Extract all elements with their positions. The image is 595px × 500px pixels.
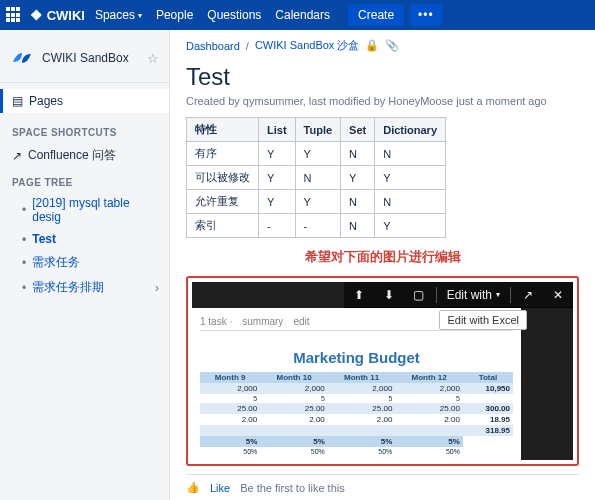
shortcut-label: Confluence 问答: [28, 147, 116, 164]
sidebar-pages[interactable]: ▤ Pages: [0, 89, 169, 113]
main-content: Dashboard / CWIKI SandBox 沙盒 🔒 📎 Test Cr…: [170, 30, 595, 500]
sidebar-pages-label: Pages: [29, 94, 63, 108]
link-icon: ↗: [12, 149, 22, 163]
th-tuple: Tuple: [295, 118, 341, 142]
toolbar-separator: [510, 287, 511, 303]
breadcrumb-separator: /: [246, 40, 249, 52]
edit-with-button[interactable]: Edit with▾: [439, 282, 508, 308]
crumb-dashboard[interactable]: Dashboard: [186, 40, 240, 52]
app-switcher-icon[interactable]: [6, 7, 22, 23]
nav-questions[interactable]: Questions: [207, 8, 261, 22]
chevron-down-icon: ▾: [138, 11, 142, 20]
nav-people[interactable]: People: [156, 8, 193, 22]
upload-icon[interactable]: ⬆: [344, 282, 374, 308]
create-button[interactable]: Create: [348, 4, 404, 26]
like-link[interactable]: Like: [210, 482, 230, 494]
like-bar: 👍 Like Be the first to like this: [186, 474, 579, 494]
nav-spaces[interactable]: Spaces▾: [95, 8, 142, 22]
close-icon[interactable]: ✕: [543, 282, 573, 308]
properties-table: 特性 List Tuple Set Dictionary 有序YYNN 可以被修…: [186, 117, 446, 238]
edit-with-excel-tooltip[interactable]: Edit with Excel: [439, 310, 527, 330]
th-set: Set: [341, 118, 375, 142]
download-icon[interactable]: ⬇: [374, 282, 404, 308]
like-caption: Be the first to like this: [240, 482, 345, 494]
crumb-space[interactable]: CWIKI SandBox 沙盒: [255, 38, 360, 53]
table-row: 可以被修改YNYY: [187, 166, 446, 190]
excel-title: Marketing Budget: [200, 349, 513, 366]
excel-tab[interactable]: summary: [242, 316, 283, 327]
tree-item-mysql[interactable]: [2019] mysql table desig: [4, 192, 165, 228]
table-row: 索引--NY: [187, 214, 446, 238]
space-logo-icon: [10, 46, 34, 70]
shortcuts-header: SPACE SHORTCUTS: [0, 119, 169, 142]
breadcrumb: Dashboard / CWIKI SandBox 沙盒 🔒 📎: [186, 38, 579, 53]
thumbs-up-icon[interactable]: 👍: [186, 481, 200, 494]
comment-icon[interactable]: ▢: [404, 282, 434, 308]
excel-tab[interactable]: edit: [293, 316, 309, 327]
brand-logo[interactable]: ❖ CWIKI: [30, 7, 85, 23]
th-list: List: [259, 118, 296, 142]
tree-item-task[interactable]: 需求任务: [4, 250, 165, 275]
sidebar: CWIKI SandBox ☆ ▤ Pages SPACE SHORTCUTS …: [0, 30, 170, 500]
shortcut-confluence-qa[interactable]: ↗ Confluence 问答: [0, 142, 169, 169]
table-row: 允许重复YYNN: [187, 190, 446, 214]
page-title: Test: [186, 63, 579, 91]
edit-banner: 希望对下面的图片进行编辑: [186, 248, 579, 266]
tree-item-test[interactable]: Test: [4, 228, 165, 250]
star-icon[interactable]: ☆: [147, 51, 159, 66]
preview-sidebar: [521, 308, 573, 460]
nav-calendars[interactable]: Calendars: [275, 8, 330, 22]
page-tree-header: PAGE TREE: [0, 169, 169, 192]
restrictions-icon[interactable]: 🔒: [365, 39, 379, 52]
space-name: CWIKI SandBox: [42, 51, 147, 65]
pages-icon: ▤: [12, 94, 23, 108]
th-feature: 特性: [187, 118, 259, 142]
excel-preview: 1 task · summary edit Marketing Budget M…: [192, 308, 521, 460]
more-button[interactable]: •••: [410, 4, 442, 26]
file-preview: ⬆ ⬇ ▢ Edit with▾ ↗ ✕ Edit with Excel 1 t…: [192, 282, 573, 460]
excel-table: Month 9Month 10Month 11Month 12Total 2,0…: [200, 372, 513, 456]
table-row: 有序YYNN: [187, 142, 446, 166]
excel-tab[interactable]: 1 task ·: [200, 316, 232, 327]
page-byline: Created by qymsummer, last modified by H…: [186, 95, 579, 107]
embed-highlight: ⬆ ⬇ ▢ Edit with▾ ↗ ✕ Edit with Excel 1 t…: [186, 276, 579, 466]
toolbar-separator: [436, 287, 437, 303]
preview-toolbar: ⬆ ⬇ ▢ Edit with▾ ↗ ✕: [344, 282, 573, 308]
attachments-icon[interactable]: 📎: [385, 39, 399, 52]
tree-item-task-schedule[interactable]: 需求任务排期: [4, 275, 165, 300]
chevron-down-icon: ▾: [496, 290, 500, 299]
open-external-icon[interactable]: ↗: [513, 282, 543, 308]
th-dict: Dictionary: [375, 118, 446, 142]
